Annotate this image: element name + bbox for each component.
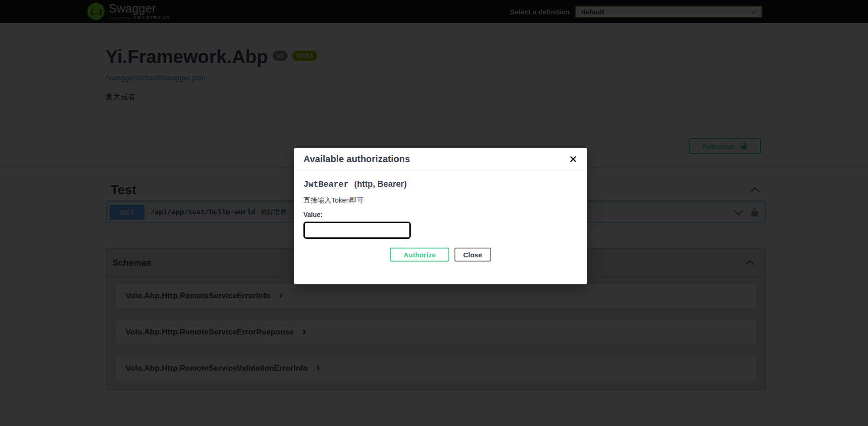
modal-actions: Authorize Close — [303, 248, 578, 262]
auth-scheme-description: 直接输入Token即可 — [303, 196, 578, 205]
auth-scheme-name: JwtBearer — [303, 180, 349, 189]
authorizations-modal: Available authorizations JwtBearer (http… — [294, 148, 587, 284]
close-button[interactable] — [569, 155, 578, 164]
modal-close-button[interactable]: Close — [454, 248, 491, 262]
modal-header: Available authorizations — [294, 148, 587, 171]
value-label: Value: — [303, 211, 578, 218]
token-value-input[interactable] — [303, 222, 411, 239]
close-icon — [570, 156, 577, 163]
modal-body: JwtBearer (http, Bearer) 直接输入Token即可 Val… — [294, 171, 587, 273]
auth-scheme-type: (http, Bearer) — [354, 179, 407, 189]
modal-authorize-button[interactable]: Authorize — [390, 248, 449, 262]
auth-scheme-heading: JwtBearer (http, Bearer) — [303, 179, 578, 189]
modal-title: Available authorizations — [303, 154, 410, 164]
